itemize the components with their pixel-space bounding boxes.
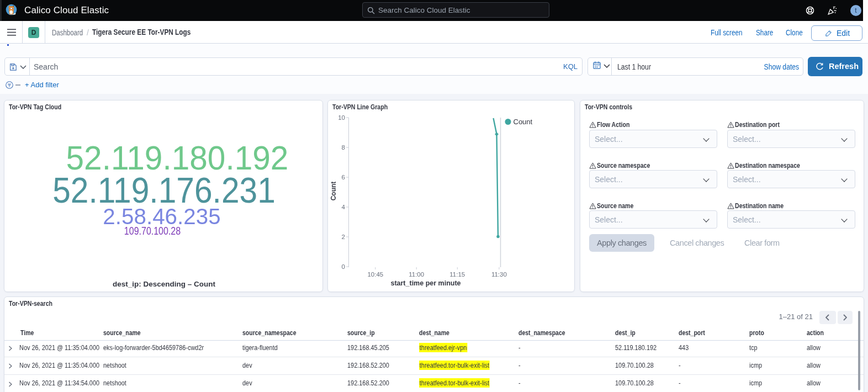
svg-text:11:00: 11:00	[409, 271, 424, 278]
svg-text:0: 0	[342, 263, 345, 270]
svg-text:2: 2	[342, 234, 345, 240]
svg-text:10:45: 10:45	[367, 271, 383, 278]
svg-text:Count: Count	[330, 182, 337, 201]
svg-text:start_time per minute: start_time per minute	[390, 279, 461, 287]
svg-text:10: 10	[338, 114, 345, 121]
svg-text:Count: Count	[514, 118, 533, 126]
svg-text:11:30: 11:30	[491, 271, 507, 278]
svg-text:6: 6	[342, 174, 345, 181]
svg-text:4: 4	[342, 204, 346, 210]
svg-text:8: 8	[342, 144, 345, 151]
svg-text:11:15: 11:15	[449, 271, 465, 278]
